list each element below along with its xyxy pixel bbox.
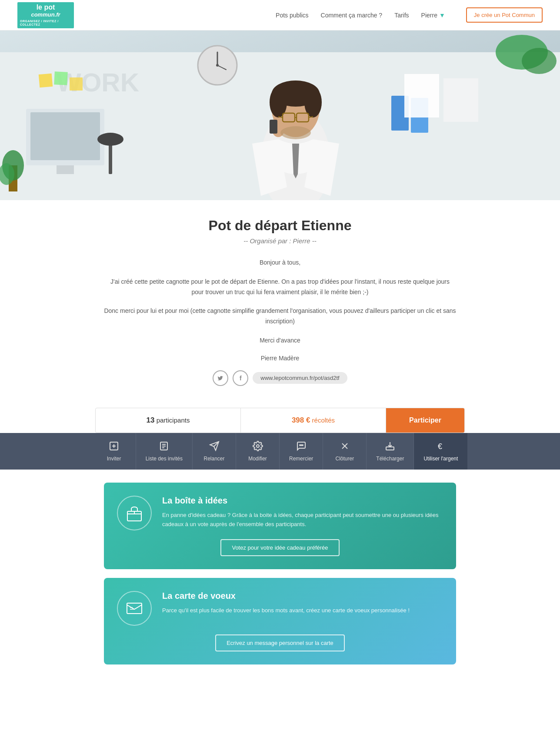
pot-title: Pot de départ Etienne	[104, 218, 456, 234]
svg-point-30	[280, 126, 311, 139]
svg-rect-55	[127, 603, 142, 614]
carte-icon-circle	[117, 591, 152, 626]
feature-boite-desc: En panne d'idées cadeau ? Grâce à la boi…	[162, 511, 443, 529]
svg-point-44	[257, 445, 259, 447]
logo[interactable]: le pot commun.fr ORGANISEZ / INVITEZ / C…	[17, 2, 74, 28]
participate-button[interactable]: Participer	[386, 408, 464, 433]
message-2: Donc merci pour lui et pour moi (cette c…	[104, 306, 456, 327]
logo-sub: ORGANISEZ / INVITEZ / COLLECTEZ	[20, 20, 71, 27]
share-row: f www.lepotcommun.fr/pot/asd2tf	[104, 370, 456, 386]
vote-button[interactable]: Votez pour votre idée cadeau préférée	[220, 539, 339, 556]
svg-point-47	[302, 445, 303, 446]
amount-value: 398 €	[292, 416, 310, 424]
utiliser-argent-icon: €	[436, 441, 446, 453]
action-telecharger[interactable]: Télécharger	[367, 433, 414, 470]
svg-rect-7	[30, 112, 100, 160]
action-modifier[interactable]: Modifier	[236, 433, 280, 470]
relancer-icon	[209, 441, 220, 453]
action-bar: Inviter Liste des invités Relancer	[0, 433, 560, 470]
stats-bar: 13 participants 398 € récoltés Participe…	[95, 408, 465, 433]
svg-point-10	[97, 133, 123, 146]
facebook-share-button[interactable]: f	[233, 370, 248, 386]
svg-point-32	[522, 48, 557, 74]
boite-icon-circle	[117, 496, 152, 530]
inviter-label: Inviter	[107, 456, 121, 462]
nav-pots-publics[interactable]: Pots publics	[276, 12, 308, 19]
feature-card-carte: La carte de voeux Parce qu'il est plus f…	[104, 578, 456, 664]
signature: Pierre Madère	[104, 355, 456, 362]
feature-section: La boîte à idées En panne d'idées cadeau…	[95, 483, 465, 664]
inviter-icon	[109, 441, 119, 453]
main-content: Pot de départ Etienne -- Organisé par : …	[95, 200, 465, 408]
feature-card-boite-inner: La boîte à idées En panne d'idées cadeau…	[117, 496, 443, 530]
telecharger-icon	[385, 441, 395, 453]
nav-tarifs[interactable]: Tarifs	[394, 12, 409, 19]
pot-organizer: -- Organisé par : Pierre --	[104, 237, 456, 245]
cloturer-icon	[340, 441, 350, 453]
svg-text:€: €	[438, 442, 442, 451]
message-1: J'ai créé cette petite cagnotte pour le …	[104, 277, 456, 298]
relancer-label: Relancer	[204, 456, 225, 462]
svg-rect-3	[39, 74, 53, 88]
create-pot-button[interactable]: Je crée un Pot Commun	[466, 7, 543, 23]
telecharger-label: Télécharger	[376, 456, 404, 462]
utiliser-argent-label: Utiliser l'argent	[423, 456, 458, 462]
greeting: Bonjour à tous,	[104, 258, 456, 268]
amount-label: récoltés	[312, 416, 335, 424]
liste-icon	[159, 441, 169, 453]
svg-text:WORK: WORK	[57, 68, 139, 97]
modifier-icon	[253, 441, 263, 453]
participants-stat: 13 participants	[96, 408, 241, 433]
amount-stat: 398 € récoltés	[241, 408, 386, 433]
svg-rect-5	[70, 77, 83, 91]
svg-rect-29	[270, 120, 277, 134]
action-remercier[interactable]: Remercier	[280, 433, 323, 470]
svg-rect-4	[54, 71, 68, 85]
liste-label: Liste des invités	[146, 456, 183, 462]
svg-point-46	[301, 445, 302, 446]
svg-rect-8	[57, 165, 74, 174]
svg-rect-36	[443, 78, 478, 122]
nav-username: Pierre	[421, 12, 437, 19]
cloturer-label: Clôturer	[336, 456, 354, 462]
modifier-label: Modifier	[248, 456, 267, 462]
logo-line2: commun.fr	[31, 11, 60, 18]
feature-boite-text: La boîte à idées En panne d'idées cadeau…	[162, 496, 443, 529]
merci: Merci d'avance	[104, 336, 456, 346]
twitter-share-button[interactable]	[213, 370, 228, 386]
remercier-label: Remercier	[289, 456, 313, 462]
logo-line1: le pot	[37, 3, 55, 11]
action-utiliser-argent[interactable]: € Utiliser l'argent	[414, 433, 467, 470]
feature-boite-title: La boîte à idées	[162, 496, 443, 506]
svg-point-45	[300, 445, 300, 446]
action-liste[interactable]: Liste des invités	[136, 433, 193, 470]
remercier-icon	[296, 441, 307, 453]
feature-card-boite: La boîte à idées En panne d'idées cadeau…	[104, 483, 456, 569]
action-relancer[interactable]: Relancer	[193, 433, 236, 470]
action-inviter[interactable]: Inviter	[93, 433, 136, 470]
hero-svg: WORK	[0, 30, 560, 200]
feature-card-carte-inner: La carte de voeux Parce qu'il est plus f…	[117, 591, 443, 626]
nav-comment[interactable]: Comment ça marche ?	[321, 12, 383, 19]
hero-placeholder: WORK	[0, 30, 560, 200]
hero-image: WORK	[0, 30, 560, 200]
facebook-icon: f	[240, 375, 242, 382]
navbar: le pot commun.fr ORGANISEZ / INVITEZ / C…	[0, 0, 560, 30]
write-message-button[interactable]: Ecrivez un message personnel sur la cart…	[215, 634, 345, 651]
action-cloturer[interactable]: Clôturer	[323, 433, 367, 470]
share-url[interactable]: www.lepotcommun.fr/pot/asd2tf	[253, 372, 347, 384]
svg-rect-35	[404, 74, 439, 117]
feature-carte-desc: Parce qu'il est plus facile de trouver l…	[162, 606, 443, 615]
nav-links: Pots publics Comment ça marche ? Tarifs …	[276, 7, 543, 23]
participants-count: 13	[147, 416, 155, 424]
dropdown-arrow-icon: ▼	[439, 12, 445, 19]
nav-user[interactable]: Pierre ▼	[421, 12, 445, 19]
participants-label: participants	[157, 416, 190, 424]
feature-carte-title: La carte de voeux	[162, 591, 443, 601]
feature-carte-text: La carte de voeux Parce qu'il est plus f…	[162, 591, 443, 615]
